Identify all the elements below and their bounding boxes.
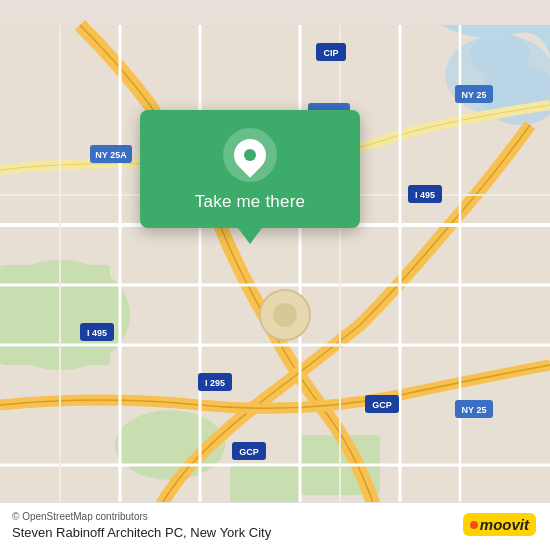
moovit-dot xyxy=(470,521,478,529)
svg-text:I 295: I 295 xyxy=(205,378,225,388)
svg-rect-2 xyxy=(0,265,110,365)
moovit-logo: moovit xyxy=(463,513,536,536)
svg-text:NY 25A: NY 25A xyxy=(95,150,127,160)
moovit-label: moovit xyxy=(480,516,529,533)
copyright-text: © OpenStreetMap contributors xyxy=(12,511,538,522)
location-icon-wrap xyxy=(223,128,277,182)
location-pin-icon xyxy=(227,132,272,177)
svg-text:GCP: GCP xyxy=(239,447,259,457)
map-container: NY 25A NY 25A NY 25 NY 25 I 495 I 495 I … xyxy=(0,0,550,550)
take-me-there-button[interactable]: Take me there xyxy=(195,192,305,212)
svg-text:I 495: I 495 xyxy=(87,328,107,338)
svg-text:NY 25: NY 25 xyxy=(462,405,487,415)
svg-text:CIP: CIP xyxy=(323,48,338,58)
svg-point-42 xyxy=(273,303,297,327)
svg-text:GCP: GCP xyxy=(372,400,392,410)
popup-card: Take me there xyxy=(140,110,360,228)
map-svg: NY 25A NY 25A NY 25 NY 25 I 495 I 495 I … xyxy=(0,0,550,550)
location-name: Steven Rabinoff Architech PC, New York C… xyxy=(12,525,538,540)
svg-text:I 495: I 495 xyxy=(415,190,435,200)
svg-text:NY 25: NY 25 xyxy=(462,90,487,100)
